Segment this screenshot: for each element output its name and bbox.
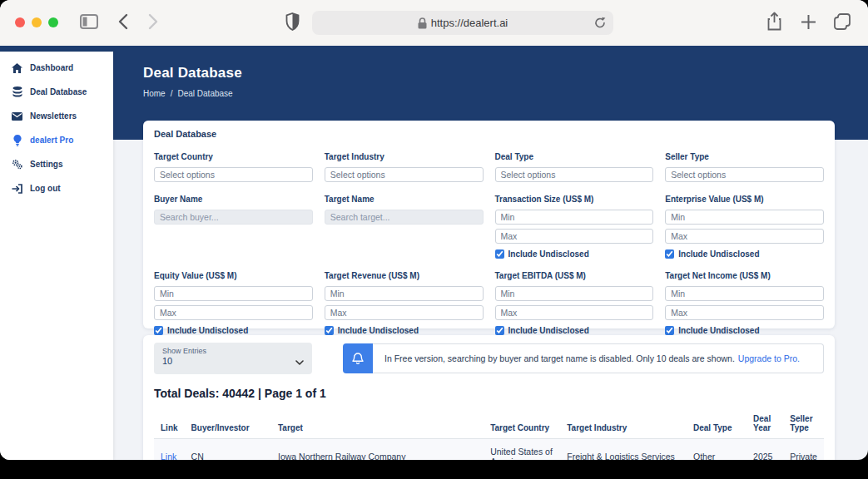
filter-label: Target Net Income (US$ M)	[665, 271, 824, 280]
filter-target-name: Target Name	[325, 195, 484, 259]
target-revenue-min-input[interactable]	[325, 286, 484, 301]
seller-type-cell: Private	[783, 439, 824, 461]
target-cell: Iowa Northern Railway Company	[271, 439, 484, 461]
column-header-seller-type: Seller Type	[783, 410, 824, 439]
enterprise-value-min-input[interactable]	[665, 210, 824, 225]
sidebar: Dashboard Deal Database Newsletters deal…	[0, 52, 113, 460]
deal-type-select[interactable]	[495, 167, 654, 182]
filter-target-country: Target Country	[154, 152, 313, 182]
sidebar-item-newsletters[interactable]: Newsletters	[0, 104, 113, 128]
sidebar-item-label: Log out	[30, 184, 61, 193]
transaction-size-max-input[interactable]	[495, 229, 654, 244]
tab-overview-icon[interactable]	[833, 12, 851, 31]
target-country-select[interactable]	[154, 167, 313, 182]
country-cell: United States of America	[484, 439, 560, 461]
target-ebitda-min-input[interactable]	[495, 286, 654, 301]
checkbox[interactable]	[154, 326, 163, 335]
deal-link[interactable]: Link	[161, 452, 176, 460]
buyer-cell: CN	[185, 439, 271, 461]
filter-target-industry: Target Industry	[325, 152, 484, 182]
deal-link-cell: Link	[154, 439, 185, 461]
privacy-shield-icon[interactable]	[285, 12, 300, 31]
target-net-income-max-input[interactable]	[665, 305, 824, 320]
breadcrumb-home[interactable]: Home	[143, 89, 166, 98]
deals-table: Link Buyer/Investor Target Target Countr…	[154, 410, 824, 460]
target-net-income-include-undisclosed[interactable]: Include Undisclosed	[665, 326, 824, 335]
filter-enterprise-value: Enterprise Value (US$ M) Include Undiscl…	[665, 195, 824, 259]
forward-button[interactable]	[148, 13, 158, 30]
filter-card-title: Deal Database	[154, 129, 824, 139]
browser-window: https://dealert.ai Deal Database Home / …	[0, 0, 868, 460]
equity-value-include-undisclosed[interactable]: Include Undisclosed	[154, 326, 313, 335]
total-deals-summary: Total Deals: 40442 | Page 1 of 1	[154, 387, 824, 400]
minimize-window-button[interactable]	[32, 17, 42, 27]
close-window-button[interactable]	[15, 17, 25, 27]
results-card: Show Entries 10 In Free version, searchi…	[143, 335, 835, 460]
column-header-link: Link	[154, 410, 185, 439]
seller-type-select[interactable]	[665, 167, 824, 182]
filter-label: Buyer Name	[154, 195, 313, 204]
column-header-industry: Target Industry	[560, 410, 687, 439]
enterprise-value-max-input[interactable]	[665, 229, 824, 244]
url-text: https://dealert.ai	[431, 17, 508, 29]
table-row: Link CN Iowa Northern Railway Company Un…	[154, 439, 824, 461]
sidebar-toggle-icon[interactable]	[80, 13, 98, 30]
chevron-down-icon	[295, 353, 304, 368]
filter-label: Target EBITDA (US$ M)	[495, 271, 654, 280]
lightbulb-icon	[12, 135, 22, 146]
back-button[interactable]	[118, 13, 128, 30]
filter-transaction-size: Transaction Size (US$ M) Include Undiscl…	[495, 195, 654, 259]
gears-icon	[12, 159, 22, 170]
equity-value-min-input[interactable]	[154, 286, 313, 301]
checkbox[interactable]	[495, 326, 504, 335]
checkbox[interactable]	[495, 249, 504, 259]
new-tab-icon[interactable]	[801, 14, 816, 30]
sidebar-item-label: Deal Database	[30, 87, 87, 96]
transaction-size-min-input[interactable]	[495, 210, 654, 225]
home-icon	[12, 62, 22, 73]
checkbox[interactable]	[325, 326, 334, 335]
checkbox[interactable]	[665, 249, 674, 259]
share-icon[interactable]	[766, 12, 782, 32]
filter-target-revenue: Target Revenue (US$ M) Include Undisclos…	[325, 271, 484, 335]
filter-seller-type: Seller Type	[665, 152, 824, 182]
target-ebitda-max-input[interactable]	[495, 305, 654, 320]
transaction-size-include-undisclosed[interactable]: Include Undisclosed	[495, 249, 654, 259]
show-entries-label: Show Entries	[162, 347, 304, 355]
checkbox-label: Include Undisclosed	[678, 326, 759, 335]
filter-label: Enterprise Value (US$ M)	[665, 195, 824, 204]
sidebar-item-label: Dashboard	[30, 63, 73, 72]
upgrade-to-pro-link[interactable]: Upgrade to Pro.	[738, 353, 800, 363]
sidebar-item-dealert-pro[interactable]: dealert Pro	[0, 128, 113, 152]
filter-label: Target Revenue (US$ M)	[325, 271, 484, 280]
target-ebitda-include-undisclosed[interactable]: Include Undisclosed	[495, 326, 654, 335]
checkbox[interactable]	[665, 326, 674, 335]
sidebar-item-settings[interactable]: Settings	[0, 152, 113, 176]
sidebar-item-deal-database[interactable]: Deal Database	[0, 80, 113, 104]
checkbox-label: Include Undisclosed	[167, 326, 248, 335]
show-entries-select[interactable]: Show Entries 10	[154, 343, 312, 374]
page-header: Deal Database Home / Deal Database	[143, 65, 242, 98]
column-header-country: Target Country	[484, 410, 560, 439]
target-name-input[interactable]	[325, 210, 484, 225]
buyer-name-input[interactable]	[154, 210, 313, 225]
free-version-notice: In Free version, searching by buyer and …	[343, 343, 824, 373]
target-net-income-min-input[interactable]	[665, 286, 824, 301]
filter-label: Seller Type	[665, 152, 824, 161]
envelope-icon	[12, 111, 22, 121]
target-industry-select[interactable]	[325, 167, 484, 182]
target-revenue-max-input[interactable]	[325, 305, 484, 320]
sidebar-item-logout[interactable]: Log out	[0, 176, 113, 200]
filter-label: Deal Type	[495, 152, 654, 161]
reload-icon[interactable]	[594, 17, 606, 32]
enterprise-value-include-undisclosed[interactable]: Include Undisclosed	[665, 249, 824, 259]
table-header-row: Link Buyer/Investor Target Target Countr…	[154, 410, 824, 439]
column-header-buyer: Buyer/Investor	[185, 410, 271, 439]
breadcrumb-current: Deal Database	[177, 89, 232, 98]
target-revenue-include-undisclosed[interactable]: Include Undisclosed	[325, 326, 484, 335]
filter-deal-type: Deal Type	[495, 152, 654, 182]
zoom-window-button[interactable]	[48, 17, 58, 27]
address-bar[interactable]: https://dealert.ai	[312, 11, 613, 35]
sidebar-item-dashboard[interactable]: Dashboard	[0, 56, 113, 80]
equity-value-max-input[interactable]	[154, 305, 313, 320]
